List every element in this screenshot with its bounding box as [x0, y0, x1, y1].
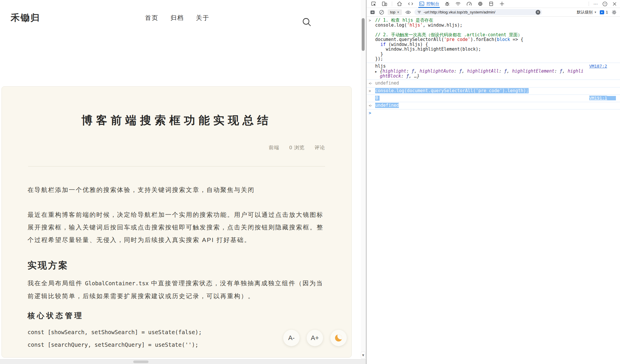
filter-value: -url:http://blog.vkui.top/zb_system/admi… — [423, 10, 534, 14]
expand-chevron-icon[interactable]: > — [369, 18, 375, 61]
console-code-line: } — [375, 52, 616, 57]
console-row-body: hljsVM187:2▶{highlight: ƒ, highlightAuto… — [375, 64, 616, 79]
console-source-location: VM191:1 — [589, 96, 616, 101]
meta-views: 0 浏览 — [289, 144, 305, 151]
console-row: > — [367, 109, 620, 117]
console-row-body: undefined — [375, 81, 616, 86]
site-logo[interactable]: 禾锄归 — [11, 12, 40, 24]
scroll-down-arrow-icon[interactable]: ▼ — [361, 352, 365, 359]
inline-code: GlobalContainer.tsx — [85, 280, 148, 286]
selection-tail — [607, 96, 616, 100]
console-sidebar-toggle-icon[interactable] — [370, 9, 375, 15]
devtools-panel: 控制台 — [366, 0, 620, 364]
clear-filter-icon[interactable]: ✕ — [536, 10, 540, 15]
nav-item-home[interactable]: 首页 — [145, 14, 158, 22]
vm-source-link[interactable]: VM187:2 — [589, 64, 607, 68]
horizontal-scrollbar[interactable] — [0, 359, 366, 364]
tab-network-wifi-icon[interactable] — [455, 0, 462, 8]
tab-memory-chip-icon[interactable] — [477, 0, 484, 8]
nav-item-about[interactable]: 关于 — [196, 14, 209, 22]
console-code-line: }); — [375, 56, 616, 61]
console-row: 0VM191:1 — [367, 95, 620, 102]
help-icon[interactable]: ? — [602, 1, 608, 7]
issues-count: 1 — [606, 10, 608, 14]
console-row: <·undefined — [367, 102, 620, 110]
device-toolbar-icon[interactable] — [381, 0, 388, 8]
devtools-window-controls: ⋯ ? — [589, 1, 617, 7]
search-icon[interactable] — [301, 16, 313, 28]
inspect-icon[interactable] — [370, 0, 377, 8]
console-row-body: // 1. 检查 hljs 是否存在console.log('hljs', wi… — [375, 18, 616, 61]
console-output-value: hljs — [375, 64, 386, 69]
console-prompt-chevron-icon[interactable]: > — [369, 110, 375, 116]
font-decrease-button[interactable]: A- — [283, 330, 300, 346]
tab-performance-gauge-icon[interactable] — [465, 0, 473, 8]
console-code-line: window.hljs.highlightElement(block); — [375, 47, 616, 52]
live-expression-eye-icon[interactable] — [405, 9, 411, 15]
vertical-scrollbar-thumb[interactable] — [362, 18, 365, 51]
console-row: <·undefined — [367, 80, 620, 87]
console-code-line: if (window.hljs) { — [375, 42, 616, 47]
console-settings-gear-icon[interactable] — [611, 9, 617, 15]
more-options-icon[interactable]: ⋯ — [593, 2, 598, 6]
object-preview-line: ▶{highlight: ƒ, highlightAuto: ƒ, highli… — [375, 69, 616, 78]
undefined-result: undefined — [375, 103, 399, 108]
article-card: 博客前端搜索框功能实现总结 前端 0 浏览 评论 在导航栏添加一个优雅的搜索体验… — [1, 86, 352, 358]
marker-spacer — [369, 64, 375, 79]
tab-console-label: 控制台 — [426, 1, 439, 7]
undefined-result: undefined — [375, 80, 399, 86]
console-output-line: 0VM191:1 — [375, 96, 616, 101]
main-nav: 首页 归档 关于 — [145, 14, 209, 22]
tab-welcome[interactable] — [396, 0, 403, 8]
browser-window: 禾锄归 首页 归档 关于 博客前端搜索框功能实现总结 前端 0 浏览 评论 在导… — [0, 0, 620, 364]
chevron-down-icon: ▼ — [594, 11, 597, 14]
console-code-line: console.log('hljs', window.hljs); — [375, 23, 616, 28]
section-heading: 实现方案 — [28, 259, 326, 272]
tabbar-separator — [392, 1, 392, 6]
subsection-heading: 核心状态管理 — [28, 309, 326, 322]
console-row-body: 0VM191:1 — [375, 96, 616, 101]
vm-source-link[interactable]: VM191:1 — [589, 96, 607, 100]
paragraph-body: 最近在重构博客前端的时候，决定给导航栏加一个实用的搜索功能。用户可以通过点击放大… — [28, 208, 326, 246]
console-row: >// 1. 检查 hljs 是否存在console.log('hljs', w… — [367, 17, 620, 63]
marker-spacer — [369, 96, 375, 101]
console-output-value: 0 — [375, 96, 380, 101]
issues-counter[interactable]: 1 — [600, 10, 608, 14]
article-title: 博客前端搜索框功能实现总结 — [2, 113, 351, 128]
font-increase-button[interactable]: A+ — [307, 330, 323, 346]
meta-category[interactable]: 前端 — [269, 144, 279, 151]
context-selector[interactable]: top▼ — [388, 9, 402, 15]
console-log-area[interactable]: >// 1. 检查 hljs 是否存在console.log('hljs', w… — [367, 17, 620, 364]
expand-triangle-icon[interactable]: ▶ — [375, 69, 380, 78]
expand-chevron-icon[interactable]: > — [369, 88, 375, 94]
tab-debugger-bug-icon[interactable] — [444, 0, 451, 8]
console-code-line — [375, 28, 616, 32]
devtools-tabbar: 控制台 — [367, 0, 620, 8]
object-preview: {highlight: ƒ, highlightAuto: ƒ, highlig… — [380, 69, 585, 78]
horizontal-scrollbar-thumb[interactable] — [133, 360, 148, 363]
issues-bubble-icon — [600, 10, 604, 14]
tab-console[interactable]: 控制台 — [418, 0, 440, 8]
console-code-line: console.log(document.querySelectorAll('p… — [375, 88, 529, 93]
console-row: >console.log(document.querySelectorAll('… — [367, 87, 620, 95]
console-toolbar: top▼ -url:http://blog.vkui.top/zb_system… — [367, 8, 620, 17]
dark-mode-toggle[interactable] — [330, 330, 347, 346]
console-icon — [419, 1, 425, 7]
close-icon[interactable] — [612, 1, 617, 6]
clear-console-icon[interactable] — [379, 9, 385, 15]
return-value-icon: <· — [369, 81, 375, 86]
paragraph-intro: 在导航栏添加一个优雅的搜索体验，支持关键词搜索文章，自动聚焦与关闭 — [28, 183, 326, 196]
meta-divider — [28, 166, 325, 166]
vertical-scrollbar[interactable]: ▼ — [361, 0, 365, 359]
console-output-line: hljsVM187:2 — [375, 64, 616, 69]
tab-elements[interactable] — [407, 0, 414, 8]
log-levels-dropdown[interactable]: 默认级别▼ — [577, 10, 597, 15]
code-line: const [searchQuery, setSearchQuery] = us… — [28, 339, 326, 351]
meta-comments[interactable]: 评论 — [315, 144, 325, 151]
console-filter-input[interactable]: -url:http://blog.vkui.top/zb_system/admi… — [414, 9, 542, 15]
tab-application-storage-icon[interactable] — [488, 0, 495, 8]
nav-item-archive[interactable]: 归档 — [170, 14, 184, 22]
blog-page: 禾锄归 首页 归档 关于 博客前端搜索框功能实现总结 前端 0 浏览 评论 在导… — [0, 0, 366, 364]
console-row-body: undefined — [375, 103, 616, 108]
more-tools-plus-icon[interactable] — [498, 0, 505, 8]
